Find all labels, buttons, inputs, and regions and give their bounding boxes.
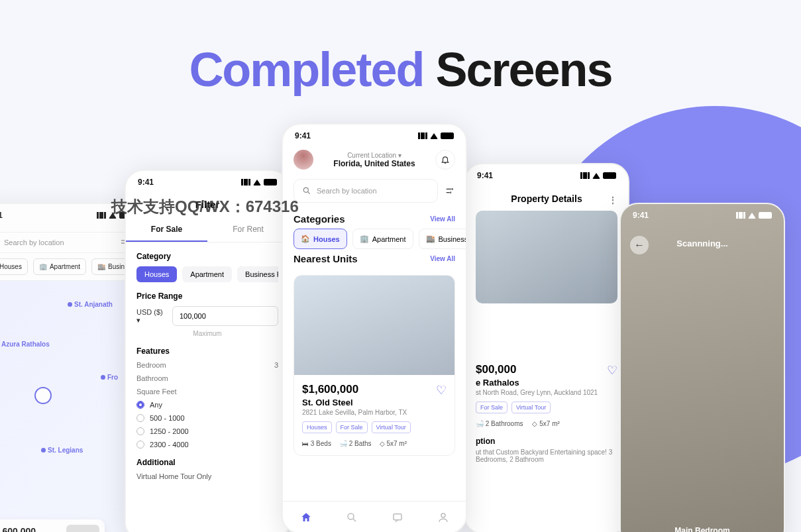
status-time: 9:41 [295,131,311,140]
more-icon[interactable]: ⋮ [608,195,617,205]
tag: Virtual Tour [372,421,411,433]
tab-for-rent[interactable]: For Rent [207,218,289,242]
screen-filter: 9:41 Filter For Sale For Rent Category H… [125,170,290,532]
headline-part1: Completed [189,43,423,96]
bottom-tabbar [283,501,466,532]
hero-image [476,211,617,303]
map-pin[interactable]: Fro [101,374,118,381]
pill-houses[interactable]: Houses [136,266,177,282]
search-icon [302,186,311,195]
property-title: St. Old Steel [302,398,447,407]
price-input[interactable] [172,306,278,326]
baths-meta: 🛁 2 Baths [339,440,372,447]
category-label: Category [136,252,278,261]
map-user-location-icon [34,387,52,404]
pill-apartment[interactable]: Apartment [182,266,232,282]
map-category-chips: 🏠 Houses 🏢 Apartment 🏬 Business [0,258,144,275]
room-label: Main Bedroom [621,526,784,532]
tag: Virtual Tour [511,401,551,413]
property-image [294,276,454,375]
view-all-link[interactable]: View All [430,215,455,223]
watermark-text: 技术支持QQ/WX：674316 [111,196,299,217]
tag: For Sale [336,421,368,433]
map-pin[interactable]: St. Anjanath [68,301,113,308]
radio-1250[interactable]: 1250 - 2000 [136,427,278,435]
screen-home: 9:41 Current Location ▾ Florida, United … [282,123,467,532]
svg-point-1 [348,513,354,519]
favorite-button[interactable]: ♡ [436,383,447,398]
view-all-link[interactable]: View All [430,255,455,262]
details-title: Property Details ⋮ [465,187,628,211]
tab-home-icon[interactable] [300,511,312,523]
notifications-button[interactable] [435,150,455,170]
chip-houses[interactable]: 🏠 Houses [0,258,28,275]
headline: Completed Screens [0,42,801,97]
feature-bedroom: Bedroom3 [136,361,278,369]
pill-business[interactable]: Business Prospe [237,266,278,282]
feature-sqft: Square Feet [136,388,278,396]
status-bar: 9:41 [465,164,628,187]
category-apartment[interactable]: 🏢 Apartment [352,229,413,249]
avatar[interactable] [294,150,313,170]
status-bar: 9:41 [621,204,784,227]
status-time: 9:41 [0,211,3,220]
currency-select[interactable]: USD ($) ▾ [136,308,167,325]
filter-tabs: For Sale For Rent [126,218,289,242]
status-time: 9:41 [138,178,154,187]
location-selector[interactable]: Current Location ▾ Florida, United State… [333,152,415,168]
features-label: Features [136,346,278,356]
search-placeholder: Search by location [4,239,64,246]
nearest-title: Nearest Units [294,253,358,264]
description-label: ption [476,437,617,446]
category-business[interactable]: 🏬 Business [419,229,468,249]
screen-map: 9:41 ← Search by location 🏠 Houses 🏢 Apa… [0,203,146,532]
card-thumbnail [66,525,99,532]
status-time: 9:41 [633,211,649,220]
description-text: ut that Custom Backyard Entertaining spa… [476,449,617,463]
sliders-icon[interactable] [445,186,455,196]
radio-2300[interactable]: 2300 - 4000 [136,441,278,449]
status-time: 9:41 [477,171,493,180]
search-input[interactable]: Search by location [294,179,438,203]
property-price: $1,600,000 [302,383,447,396]
tag: Houses [302,421,332,433]
svg-rect-2 [394,513,401,519]
property-card[interactable]: ♡ $1,600,000 St. Old Steel 2821 Lake Sev… [294,275,455,456]
price-range-label: Price Range [136,292,278,301]
bell-icon [441,155,450,164]
screen-details: 9:41 Property Details ⋮ ♡ $00,000 e Rath… [464,163,629,532]
radio-any[interactable]: Any [136,401,278,409]
tag: For Sale [476,401,507,413]
additional-label: Additional [136,458,278,467]
map-search-bar[interactable]: ← Search by location [0,232,136,253]
map-pin[interactable]: St. Legians [41,447,83,454]
additional-option[interactable]: Virtual Home Tour Only [136,472,278,480]
category-houses[interactable]: 🏠 Houses [294,229,347,249]
headline-part2: Screens [435,43,612,96]
tab-for-sale[interactable]: For Sale [126,218,207,242]
details-price: $00,000 [476,363,617,376]
tab-profile-icon[interactable] [437,511,449,523]
svg-point-0 [303,187,308,192]
tab-search-icon[interactable] [346,511,358,523]
map-canvas[interactable]: St. Anjanath Azura Rathalos Fro St. Legi… [0,280,144,532]
radio-500[interactable]: 500 - 1000 [136,414,278,422]
tab-chat-icon[interactable] [392,511,403,523]
svg-point-3 [441,513,445,517]
maximum-label: Maximum [136,330,278,337]
favorite-button[interactable]: ♡ [607,363,617,378]
area-meta: ◇ 5x7 m² [380,440,407,447]
property-address: 2821 Lake Sevilla, Palm Harbor, TX [302,409,447,416]
categories-title: Categories [294,213,345,225]
map-result-card[interactable]: $1,600,000 Frost Barrioth [0,519,105,532]
details-address: st North Road, Grey Lynn, Auckland 1021 [476,389,617,396]
baths-meta: 🛁 2 Bathrooms [476,420,523,427]
chip-apartment[interactable]: 🏢 Apartment [33,258,86,275]
scan-status: Scannning... [621,239,784,248]
details-name: e Rathalos [476,378,617,388]
feature-bathroom: Bathroom [136,374,278,382]
status-bar: 9:41 [283,125,466,147]
area-meta: ◇ 5x7 m² [532,420,559,427]
status-bar: 9:41 [126,171,289,193]
map-pin[interactable]: Azura Rathalos [0,341,50,348]
